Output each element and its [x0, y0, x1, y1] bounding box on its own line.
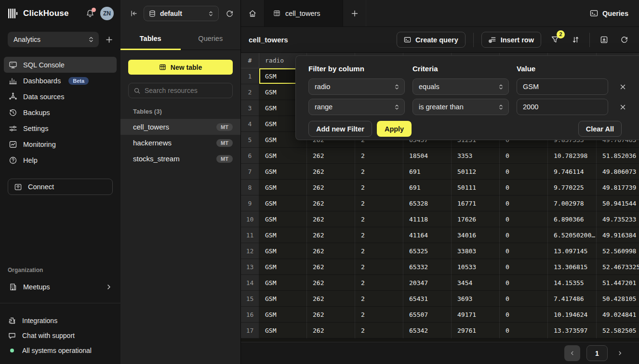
table-cell[interactable]: 65342	[403, 323, 452, 338]
add-new-filter-button[interactable]: Add new Filter	[308, 121, 372, 137]
table-cell[interactable]: 65431	[403, 291, 452, 307]
table-cell[interactable]: 10.782398	[548, 148, 597, 164]
tab-queries[interactable]: Queries	[181, 27, 241, 50]
table-cell[interactable]: 14.15355	[548, 275, 597, 291]
table-cell[interactable]: 2	[355, 148, 403, 164]
table-cell[interactable]: 65332	[403, 259, 452, 275]
table-cell[interactable]: 0	[500, 275, 548, 291]
queries-button[interactable]: Queries	[579, 0, 639, 26]
sidebar-item-dashboards[interactable]: Dashboards Beta	[4, 73, 117, 89]
table-cell[interactable]: 262	[307, 307, 355, 323]
table-cell[interactable]: 13.373597	[548, 323, 597, 338]
table-cell[interactable]: 7.417486	[548, 291, 597, 307]
tab-tables[interactable]: Tables	[120, 27, 181, 50]
row-number-cell[interactable]: 3	[241, 100, 259, 116]
table-cell[interactable]: 7.002978	[548, 195, 597, 211]
table-cell[interactable]: 262	[307, 180, 355, 195]
search-input[interactable]	[145, 87, 227, 94]
filter-value-input[interactable]	[517, 99, 608, 115]
table-cell[interactable]: GSM	[259, 148, 307, 164]
sidebar-item-backups[interactable]: Backups	[4, 104, 117, 120]
table-cell[interactable]: 2	[355, 275, 403, 291]
table-cell[interactable]: 2	[355, 243, 403, 259]
table-cell[interactable]: 0	[500, 227, 548, 243]
table-cell[interactable]: 0	[500, 164, 548, 180]
notifications-button[interactable]	[86, 9, 94, 18]
row-number-cell[interactable]: 9	[241, 195, 259, 211]
refresh-tables-icon[interactable]	[226, 10, 234, 18]
connect-button[interactable]: Connect	[8, 179, 113, 195]
sidebar-item-chat-support[interactable]: Chat with support	[8, 328, 113, 343]
table-cell[interactable]: 262	[307, 275, 355, 291]
row-number-cell[interactable]: 14	[241, 275, 259, 291]
table-cell[interactable]: 49.735233	[597, 211, 639, 227]
table-cell[interactable]: 49.817739	[597, 180, 639, 195]
tab-cell-towers[interactable]: cell_towers	[264, 0, 343, 26]
table-cell[interactable]: 0	[500, 307, 548, 323]
table-cell[interactable]: 50.941544	[597, 195, 639, 211]
table-cell[interactable]: 2	[355, 180, 403, 195]
table-cell[interactable]: 20347	[403, 275, 452, 291]
table-cell[interactable]: 0	[500, 243, 548, 259]
avatar[interactable]: ZN	[100, 7, 114, 20]
table-cell[interactable]: 13.306815	[548, 259, 597, 275]
table-cell[interactable]: 29761	[452, 323, 500, 338]
table-cell[interactable]: 262	[307, 291, 355, 307]
table-cell[interactable]: 18504	[403, 148, 452, 164]
new-tab-button[interactable]	[343, 0, 366, 26]
table-cell[interactable]: 65328	[403, 195, 452, 211]
table-cell[interactable]: 262	[307, 323, 355, 338]
row-number-cell[interactable]: 11	[241, 227, 259, 243]
table-cell[interactable]: GSM	[259, 164, 307, 180]
workspace-select[interactable]: Analytics	[8, 32, 99, 47]
table-cell[interactable]: GSM	[259, 291, 307, 307]
table-cell[interactable]: 13.097145	[548, 243, 597, 259]
row-number-cell[interactable]: 7	[241, 164, 259, 180]
table-cell[interactable]: 0	[500, 180, 548, 195]
row-number-cell[interactable]: 13	[241, 259, 259, 275]
table-cell[interactable]: 34016	[452, 227, 500, 243]
row-number-cell[interactable]: 10	[241, 211, 259, 227]
sort-button[interactable]	[569, 34, 582, 46]
table-cell[interactable]: 50111	[452, 180, 500, 195]
table-cell[interactable]: 0	[500, 148, 548, 164]
clear-all-button[interactable]: Clear All	[578, 121, 622, 137]
table-cell[interactable]: 262	[307, 195, 355, 211]
table-list-item-stocks-stream[interactable]: stocks_stream MT	[120, 151, 240, 167]
sidebar-item-data-sources[interactable]: Data sources	[4, 89, 117, 104]
table-cell[interactable]: 65325	[403, 243, 452, 259]
filter-column-select[interactable]: range	[308, 99, 405, 115]
table-cell[interactable]: 0	[500, 211, 548, 227]
table-cell[interactable]: 41164	[403, 227, 452, 243]
row-number-cell[interactable]: 5	[241, 132, 259, 148]
table-cell[interactable]: 3454	[452, 275, 500, 291]
row-number-cell[interactable]: 8	[241, 180, 259, 195]
page-number[interactable]: 1	[586, 345, 608, 361]
table-cell[interactable]: GSM	[259, 180, 307, 195]
table-cell[interactable]: 6.890366	[548, 211, 597, 227]
apply-button[interactable]: Apply	[377, 121, 412, 137]
table-cell[interactable]: 691	[403, 180, 452, 195]
table-cell[interactable]: 16771	[452, 195, 500, 211]
table-cell[interactable]: 3353	[452, 148, 500, 164]
table-cell[interactable]: 52.4673325	[597, 259, 639, 275]
table-cell[interactable]: 49.806073	[597, 164, 639, 180]
sidebar-item-help[interactable]: Help	[4, 152, 117, 168]
table-cell[interactable]: 9.746114	[548, 164, 597, 180]
table-cell[interactable]: 6.52050200…	[548, 227, 597, 243]
sidebar-item-sql-console[interactable]: SQL Console	[4, 57, 117, 73]
table-cell[interactable]: 2	[355, 259, 403, 275]
table-list-item-hackernews[interactable]: hackernews MT	[120, 135, 240, 151]
row-number-cell[interactable]: 16	[241, 307, 259, 323]
home-button[interactable]	[241, 0, 264, 26]
row-number-cell[interactable]: 15	[241, 291, 259, 307]
table-cell[interactable]: GSM	[259, 275, 307, 291]
row-number-cell[interactable]: 4	[241, 116, 259, 132]
table-cell[interactable]: 49.916384	[597, 227, 639, 243]
table-cell[interactable]: GSM	[259, 195, 307, 211]
table-cell[interactable]: 51.852036	[597, 148, 639, 164]
search-resources-box[interactable]	[128, 83, 233, 98]
table-cell[interactable]: 691	[403, 164, 452, 180]
insert-row-button[interactable]: Insert row	[481, 32, 541, 48]
filter-criteria-select[interactable]: equals	[413, 78, 509, 95]
